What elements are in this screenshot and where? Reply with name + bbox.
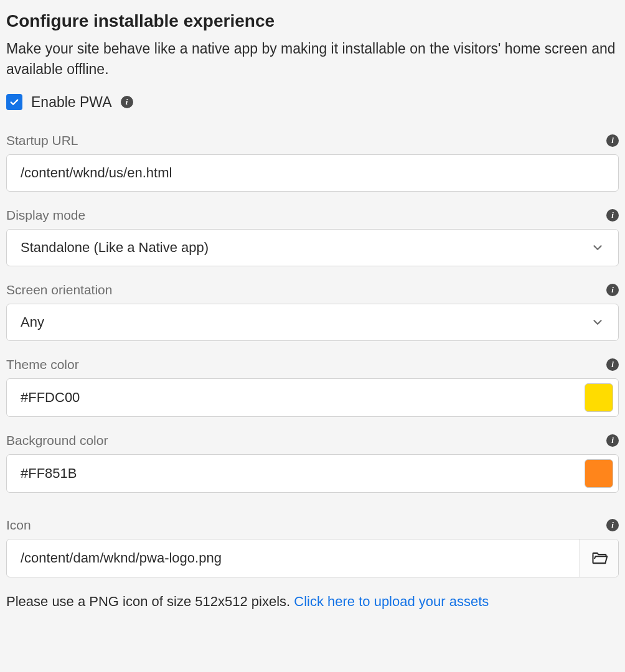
startup-url-input[interactable]: /content/wknd/us/en.html (6, 154, 619, 192)
background-color-input[interactable]: #FF851B (6, 454, 619, 493)
background-color-swatch[interactable] (585, 459, 613, 488)
upload-assets-link[interactable]: Click here to upload your assets (294, 594, 489, 609)
display-mode-label: Display mode (6, 208, 85, 223)
screen-orientation-label: Screen orientation (6, 282, 112, 297)
display-mode-value: Standalone (Like a Native app) (21, 240, 209, 256)
screen-orientation-select[interactable]: Any (6, 304, 619, 341)
startup-url-value: /content/wknd/us/en.html (21, 165, 172, 181)
info-icon[interactable]: i (606, 284, 619, 296)
startup-url-label: Startup URL (6, 133, 78, 148)
chevron-down-icon (591, 315, 604, 329)
display-mode-select[interactable]: Standalone (Like a Native app) (6, 229, 619, 266)
check-icon (9, 96, 20, 108)
info-icon[interactable]: i (606, 358, 619, 371)
background-color-value: #FF851B (21, 465, 585, 482)
page-title: Configure installable experience (6, 11, 619, 31)
screen-orientation-value: Any (21, 314, 44, 330)
icon-label: Icon (6, 518, 31, 533)
browse-button[interactable] (580, 539, 618, 577)
folder-open-icon (591, 549, 608, 567)
theme-color-label: Theme color (6, 357, 79, 372)
theme-color-swatch[interactable] (585, 383, 613, 412)
background-color-label: Background color (6, 433, 108, 448)
icon-path-input[interactable]: /content/dam/wknd/pwa-logo.png (7, 539, 580, 577)
theme-color-value: #FFDC00 (21, 390, 585, 406)
chevron-down-icon (591, 241, 604, 254)
info-icon[interactable]: i (121, 96, 133, 108)
icon-hint: Please use a PNG icon of size 512x512 pi… (6, 594, 619, 610)
info-icon[interactable]: i (606, 134, 619, 147)
page-description: Make your site behave like a native app … (6, 39, 619, 80)
info-icon[interactable]: i (606, 434, 619, 447)
enable-pwa-checkbox[interactable] (6, 94, 22, 110)
theme-color-input[interactable]: #FFDC00 (6, 378, 619, 417)
info-icon[interactable]: i (606, 209, 619, 222)
enable-pwa-label: Enable PWA (31, 94, 112, 111)
icon-hint-text: Please use a PNG icon of size 512x512 pi… (6, 594, 294, 609)
info-icon[interactable]: i (606, 519, 619, 531)
